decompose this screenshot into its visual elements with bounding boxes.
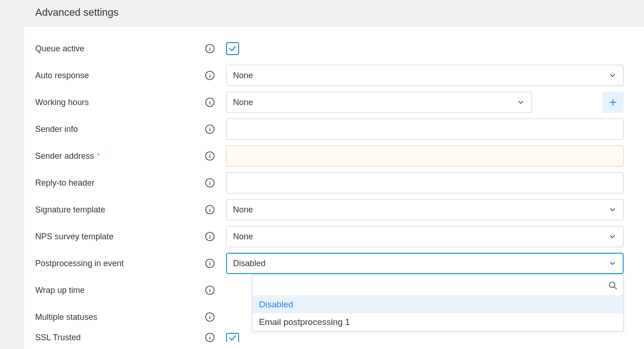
label-sender-address-text: Sender address [35,151,94,161]
working-hours-select[interactable]: None [226,92,532,113]
sender-address-input-wrap [226,145,624,167]
row-postprocessing: Postprocessing in event Disabled [24,250,644,277]
row-sender-info: Sender info [24,116,644,143]
info-icon[interactable] [205,97,215,107]
sender-address-input[interactable] [233,146,617,166]
row-queue-active: Queue active [24,35,644,62]
sender-info-input-wrap [226,118,624,140]
reply-to-input-wrap [226,172,624,193]
chevron-down-icon [608,71,617,80]
add-working-hours-button[interactable] [602,92,624,113]
info-icon[interactable] [205,231,215,242]
chevron-down-icon [608,232,617,241]
required-asterisk-icon: * [97,151,100,161]
svg-point-13 [209,127,210,127]
panel-title: Advanced settings [24,0,644,27]
svg-point-28 [209,261,210,262]
info-icon[interactable] [205,205,215,215]
label-wrap-up: Wrap up time [35,286,205,295]
info-icon[interactable] [205,312,215,322]
row-reply-to: Reply-to header [24,169,644,196]
svg-point-37 [209,335,210,336]
nps-select[interactable]: None [226,226,624,247]
svg-point-25 [209,234,210,235]
row-signature: Signature template None [24,196,644,223]
info-icon[interactable] [205,178,215,188]
label-queue-active: Queue active [35,44,205,54]
info-icon[interactable] [205,44,215,54]
svg-point-22 [209,207,210,208]
chevron-down-icon [608,259,617,268]
dropdown-option-email-pp1[interactable]: Email postprocessing 1 [253,313,623,331]
info-icon[interactable] [205,332,215,343]
svg-point-19 [209,181,210,181]
dropdown-search-input[interactable] [258,280,608,291]
signature-select[interactable]: None [226,199,624,220]
label-signature: Signature template [35,205,205,215]
svg-point-31 [209,288,210,288]
label-working-hours: Working hours [35,98,205,107]
auto-response-select[interactable]: None [226,65,624,86]
row-nps: NPS survey template None [24,223,644,250]
info-icon[interactable] [205,258,215,268]
svg-point-34 [209,315,210,315]
postprocessing-value: Disabled [233,259,265,268]
info-icon[interactable] [205,124,215,134]
svg-point-16 [209,154,210,154]
svg-point-2 [209,46,210,47]
postprocessing-dropdown: Disabled Email postprocessing 1 [252,275,624,331]
row-ssl: SSL Trusted [24,330,644,344]
label-auto-response: Auto response [35,71,205,81]
row-working-hours: Working hours None [24,89,644,116]
reply-to-input[interactable] [233,173,617,193]
label-sender-info: Sender info [35,125,205,134]
info-icon[interactable] [205,285,215,295]
queue-active-checkbox[interactable] [226,42,239,55]
label-ssl: SSL Trusted [35,333,205,343]
label-sender-address: Sender address * [35,151,205,161]
search-icon [608,281,618,290]
label-reply-to: Reply-to header [35,178,205,188]
label-postprocessing: Postprocessing in event [35,259,205,268]
svg-line-39 [614,287,617,289]
info-icon[interactable] [205,151,215,161]
signature-value: None [233,205,253,215]
label-nps: NPS survey template [35,232,205,242]
sender-info-input[interactable] [233,119,617,139]
label-multi-status: Multiple statuses [35,312,205,322]
ssl-checkbox[interactable] [226,333,239,342]
chevron-down-icon [517,98,525,106]
settings-panel: Advanced settings Queue active Auto [24,0,644,349]
working-hours-value: None [233,98,253,107]
dropdown-search-row [253,275,623,296]
row-auto-response: Auto response None [24,62,644,89]
chevron-down-icon [608,206,617,214]
postprocessing-select[interactable]: Disabled [226,253,624,274]
info-icon[interactable] [205,70,215,81]
nps-value: None [233,232,253,242]
dropdown-option-disabled[interactable]: Disabled [253,296,623,313]
row-sender-address: Sender address * [24,143,644,169]
svg-point-8 [209,100,210,100]
auto-response-value: None [233,71,253,81]
svg-point-5 [209,73,210,74]
